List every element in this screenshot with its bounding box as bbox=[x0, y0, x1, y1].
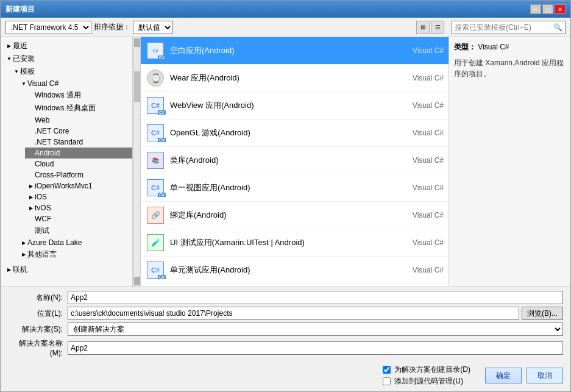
solution-select[interactable]: 创建新解决方案 bbox=[68, 323, 563, 336]
sidebar-scrollbar[interactable] bbox=[133, 37, 140, 287]
sort-label: 排序依据： bbox=[94, 22, 130, 32]
list-view-button[interactable]: ☰ bbox=[431, 21, 444, 34]
sidebar-item-windows-classic[interactable]: Windows 经典桌面 bbox=[25, 102, 132, 115]
arrow-icon bbox=[27, 105, 35, 112]
arrow-icon bbox=[27, 138, 35, 146]
sidebar-item-visualcsharp[interactable]: ▼ Visual C# bbox=[18, 78, 132, 89]
create-dir-checkbox[interactable] bbox=[383, 366, 391, 374]
sidebar-item-label: Cross-Platform bbox=[35, 171, 83, 179]
sidebar-item-templates[interactable]: ▼ 模板 bbox=[10, 65, 132, 78]
template-item-blank-android[interactable]: C# C# 空白应用(Android) Visual C# bbox=[141, 37, 449, 65]
sidebar-item-iopenworksmvc1[interactable]: ▶ iOpenWorksMvc1 bbox=[25, 180, 132, 191]
sidebar-item-netcore[interactable]: .NET Core bbox=[25, 126, 132, 137]
arrow-icon: ▶ bbox=[27, 193, 35, 201]
sidebar-item-label: WCF bbox=[35, 215, 51, 223]
template-lang: Visual C# bbox=[413, 238, 444, 247]
sidebar-item-android[interactable]: Android bbox=[25, 148, 132, 159]
arrow-icon bbox=[27, 171, 35, 179]
arrow-icon bbox=[27, 92, 35, 99]
template-list: C# C# 空白应用(Android) Visual C# ⌚ Wear 应用(… bbox=[141, 37, 449, 287]
close-button[interactable]: ✕ bbox=[555, 4, 566, 14]
arrow-icon: ▼ bbox=[13, 68, 20, 76]
window-title: 新建项目 bbox=[5, 4, 35, 15]
template-item-unittest-android[interactable]: C# C# 单元测试应用(Android) Visual C# bbox=[141, 257, 449, 284]
type-info: 类型： Visual C# bbox=[454, 42, 566, 52]
sidebar-item-ios[interactable]: ▶ iOS bbox=[25, 191, 132, 202]
template-item-webview-android[interactable]: C# C# WebView 应用(Android) Visual C# bbox=[141, 92, 449, 119]
sidebar-item-label: Windows 经典桌面 bbox=[35, 103, 96, 113]
minimize-button[interactable]: ─ bbox=[530, 4, 541, 14]
sidebar-item-wcf[interactable]: WCF bbox=[25, 213, 132, 224]
search-box: 🔍 bbox=[452, 21, 566, 34]
sidebar-item-label: iOS bbox=[35, 193, 47, 201]
grid-view-button[interactable]: ⊞ bbox=[416, 21, 430, 34]
sidebar-item-web[interactable]: Web bbox=[25, 115, 132, 126]
arrow-icon: ▶ bbox=[27, 204, 35, 212]
main-content: ▶ 最近 ▼ 已安装 ▼ 模板 ▼ Visual C# bbox=[1, 37, 570, 287]
maximize-button[interactable]: □ bbox=[542, 4, 553, 14]
framework-select[interactable]: .NET Framework 4.5 .NET Framework 4.6 .N… bbox=[5, 21, 91, 34]
sidebar-item-cloud[interactable]: Cloud bbox=[25, 159, 132, 169]
template-icon: 🔗 bbox=[146, 205, 165, 225]
template-icon: 🧪 bbox=[146, 233, 165, 252]
sidebar-item-tvos[interactable]: ▶ tvOS bbox=[25, 202, 132, 213]
sidebar-item-crossplatform[interactable]: Cross-Platform bbox=[25, 169, 132, 180]
add-source-label: 添加到源代码管理(U) bbox=[394, 376, 463, 387]
template-lang: Visual C# bbox=[413, 211, 444, 219]
template-icon: C# C# bbox=[146, 123, 165, 143]
search-input[interactable] bbox=[455, 23, 552, 32]
location-field-group: 浏览(B)... bbox=[68, 307, 563, 320]
sidebar-item-otherlang[interactable]: ▶ 其他语言 bbox=[18, 248, 132, 261]
sidebar-item-netstandard[interactable]: .NET Standard bbox=[25, 137, 132, 148]
sidebar-item-windows-universal[interactable]: Windows 通用 bbox=[25, 89, 132, 102]
template-icon: C# C# bbox=[146, 178, 165, 198]
sidebar-item-online[interactable]: ▶ 联机 bbox=[3, 263, 132, 276]
template-icon: C# C# bbox=[146, 96, 165, 115]
sidebar-item-label: 最近 bbox=[13, 41, 27, 51]
sidebar-item-label: tvOS bbox=[35, 204, 51, 212]
add-source-checkbox[interactable] bbox=[383, 377, 391, 385]
bottom-form: 名称(N): 位置(L): 浏览(B)... 解决方案(S): 创建新解决方案 … bbox=[1, 287, 570, 362]
template-lang: Visual C# bbox=[413, 129, 444, 137]
sort-select[interactable]: 默认值 名称 类型 bbox=[133, 21, 173, 34]
template-lang: Visual C# bbox=[413, 101, 444, 110]
sidebar-item-azuredatalake[interactable]: ▶ Azure Data Lake bbox=[18, 237, 132, 248]
template-item-wear-android[interactable]: ⌚ Wear 应用(Android) Visual C# bbox=[141, 65, 449, 92]
template-icon: 📚 bbox=[146, 151, 165, 170]
add-source-row: 添加到源代码管理(U) bbox=[383, 376, 470, 387]
template-item-library-android[interactable]: 📚 类库(Android) Visual C# bbox=[141, 147, 449, 174]
solution-label: 解决方案(S): bbox=[8, 324, 63, 335]
template-name: 绑定库(Android) bbox=[170, 210, 408, 221]
arrow-icon bbox=[27, 215, 35, 223]
cancel-button[interactable]: 取消 bbox=[527, 368, 563, 383]
sidebar-item-test[interactable]: 测试 bbox=[25, 224, 132, 237]
location-row: 位置(L): 浏览(B)... bbox=[8, 307, 563, 320]
template-name: 空白应用(Android) bbox=[170, 45, 408, 56]
window-controls: ─ □ ✕ bbox=[530, 4, 566, 14]
arrow-icon bbox=[27, 227, 35, 235]
title-bar: 新建项目 ─ □ ✕ bbox=[1, 1, 570, 18]
template-item-binding-android[interactable]: 🔗 绑定库(Android) Visual C# bbox=[141, 202, 449, 229]
location-input[interactable] bbox=[68, 307, 519, 320]
sidebar: ▶ 最近 ▼ 已安装 ▼ 模板 ▼ Visual C# bbox=[1, 37, 133, 287]
template-icon: C# C# bbox=[146, 41, 165, 60]
sidebar-item-installed[interactable]: ▼ 已安装 bbox=[3, 52, 132, 65]
template-icon: C# C# bbox=[146, 260, 165, 280]
browse-button[interactable]: 浏览(B)... bbox=[522, 307, 563, 320]
template-item-opengl-android[interactable]: C# C# OpenGL 游戏(Android) Visual C# bbox=[141, 119, 449, 147]
confirm-button[interactable]: 确定 bbox=[485, 368, 522, 383]
solution-name-input[interactable] bbox=[68, 341, 563, 355]
template-lang: Visual C# bbox=[413, 156, 444, 165]
name-input[interactable] bbox=[68, 291, 563, 304]
sidebar-item-label: Azure Data Lake bbox=[27, 238, 82, 247]
sidebar-item-recent[interactable]: ▶ 最近 bbox=[3, 40, 132, 52]
name-label: 名称(N): bbox=[8, 293, 63, 303]
arrow-icon: ▼ bbox=[5, 55, 13, 63]
create-dir-row: 为解决方案创建目录(D) bbox=[383, 365, 470, 375]
sidebar-item-label: iOpenWorksMvc1 bbox=[35, 182, 92, 190]
action-buttons: 确定 取消 bbox=[485, 368, 563, 383]
template-icon: ⌚ bbox=[146, 68, 165, 88]
name-row: 名称(N): bbox=[8, 291, 563, 304]
template-item-singleview-android[interactable]: C# C# 单一视图应用(Android) Visual C# bbox=[141, 174, 449, 202]
template-item-uitest-android[interactable]: 🧪 UI 测试应用(Xamarin.UITest | Android) Visu… bbox=[141, 229, 449, 257]
